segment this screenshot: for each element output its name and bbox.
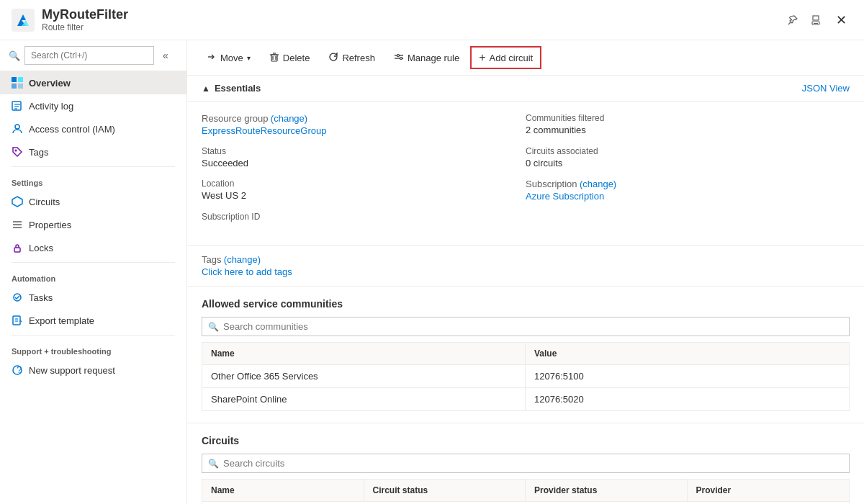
svg-point-15 bbox=[15, 125, 19, 129]
nav-divider-settings bbox=[12, 166, 175, 167]
add-circuit-button[interactable]: + Add circuit bbox=[470, 46, 541, 69]
svg-text:?: ? bbox=[17, 364, 22, 375]
svg-rect-30 bbox=[271, 55, 277, 61]
tags-label: Tags (change) bbox=[202, 254, 850, 265]
svg-rect-9 bbox=[12, 84, 17, 89]
sidebar-collapse-button[interactable]: « bbox=[158, 48, 173, 63]
overview-icon bbox=[12, 77, 23, 89]
sidebar-search-area: 🔍 « bbox=[0, 40, 186, 71]
sidebar-item-new-support[interactable]: ? New support request bbox=[0, 359, 186, 382]
communities-section-title: Allowed service communities bbox=[202, 298, 850, 310]
main-content: Move ▾ Delete Refresh Manage rule bbox=[187, 40, 864, 504]
communities-filtered-label: Communities filtered bbox=[526, 113, 850, 123]
essentials-collapse-icon[interactable]: ▲ bbox=[202, 84, 210, 94]
add-circuit-icon: + bbox=[479, 52, 485, 63]
sidebar: 🔍 « Overview Activity log Acc bbox=[0, 40, 187, 504]
table-row[interactable]: SharePoint Online 12076:5020 bbox=[202, 388, 849, 410]
circuits-search-box: 🔍 bbox=[202, 454, 850, 473]
circuits-associated-label: Circuits associated bbox=[526, 146, 850, 156]
svg-point-39 bbox=[397, 54, 399, 56]
close-button[interactable]: ✕ bbox=[830, 9, 852, 31]
resource-group-value-link[interactable]: ExpressRouteResourceGroup bbox=[202, 125, 526, 136]
header-actions: ✕ bbox=[784, 9, 852, 31]
manage-rule-button[interactable]: Manage rule bbox=[386, 47, 467, 69]
essentials-header: ▲ Essentials JSON View bbox=[187, 76, 864, 102]
tags-icon bbox=[12, 146, 23, 158]
communities-col-value: Value bbox=[526, 343, 849, 364]
subscription-value-link[interactable]: Azure Subscription bbox=[526, 191, 850, 202]
sidebar-item-iam[interactable]: Access control (IAM) bbox=[0, 117, 186, 140]
communities-search-input[interactable] bbox=[223, 321, 843, 332]
subscription-change-link[interactable]: (change) bbox=[580, 179, 616, 189]
svg-rect-21 bbox=[14, 248, 20, 252]
sidebar-item-overview[interactable]: Overview bbox=[0, 71, 186, 94]
new-support-icon: ? bbox=[12, 364, 23, 376]
export-template-icon bbox=[12, 315, 23, 326]
circuits-table-header: Name Circuit status Provider status Prov… bbox=[202, 480, 849, 502]
search-input[interactable] bbox=[24, 46, 154, 65]
sidebar-item-overview-label: Overview bbox=[29, 78, 71, 89]
communities-section: Allowed service communities 🔍 Name Value… bbox=[187, 287, 864, 423]
communities-table: Name Value Other Office 365 Services 120… bbox=[202, 342, 850, 411]
sidebar-item-properties[interactable]: Properties bbox=[0, 213, 186, 236]
table-row[interactable]: Other Office 365 Services 12076:5100 bbox=[202, 365, 849, 388]
resource-group-change-link[interactable]: (change) bbox=[271, 113, 307, 124]
move-chevron-icon: ▾ bbox=[247, 54, 251, 62]
svg-rect-10 bbox=[18, 84, 23, 89]
nav-section-support: Support + troubleshooting bbox=[0, 338, 186, 359]
nav-section-settings: Settings bbox=[0, 170, 186, 190]
subscription-id-label: Subscription ID bbox=[202, 212, 526, 222]
essentials-resource-group: Resource group (change) ExpressRouteReso… bbox=[202, 113, 526, 136]
community-row1-value: 12076:5100 bbox=[526, 365, 849, 387]
sidebar-item-activity-log[interactable]: Activity log bbox=[0, 94, 186, 117]
svg-rect-6 bbox=[814, 23, 818, 24]
refresh-icon bbox=[328, 52, 338, 64]
sidebar-item-tasks[interactable]: Tasks bbox=[0, 286, 186, 309]
circuits-table: Name Circuit status Provider status Prov… bbox=[202, 479, 850, 504]
sidebar-item-circuits[interactable]: Circuits bbox=[0, 190, 186, 213]
delete-button[interactable]: Delete bbox=[261, 47, 318, 69]
pin-button[interactable] bbox=[784, 12, 801, 29]
page-title: MyRouteFilter bbox=[42, 7, 784, 22]
sidebar-item-iam-label: Access control (IAM) bbox=[29, 124, 115, 135]
svg-point-16 bbox=[15, 150, 17, 152]
sidebar-item-export-template[interactable]: Export template bbox=[0, 309, 186, 332]
properties-icon bbox=[12, 219, 23, 230]
circuits-col-provider: Provider bbox=[688, 480, 850, 501]
communities-col-name: Name bbox=[202, 343, 526, 364]
toolbar: Move ▾ Delete Refresh Manage rule bbox=[187, 40, 864, 76]
subscription-label: Subscription (change) bbox=[526, 179, 850, 189]
move-icon bbox=[207, 52, 217, 64]
page-subtitle: Route filter bbox=[42, 22, 784, 32]
essentials-resource-group-label: Resource group (change) bbox=[202, 113, 526, 124]
community-row1-name: Other Office 365 Services bbox=[202, 365, 526, 387]
header-title-group: MyRouteFilter Route filter bbox=[42, 7, 784, 32]
svg-rect-5 bbox=[813, 16, 819, 20]
sidebar-item-locks-label: Locks bbox=[29, 243, 53, 253]
refresh-button[interactable]: Refresh bbox=[320, 47, 383, 69]
sidebar-item-locks[interactable]: Locks bbox=[0, 236, 186, 259]
circuits-search-input[interactable] bbox=[223, 458, 843, 469]
tags-add-link[interactable]: Click here to add tags bbox=[202, 266, 850, 277]
essentials-location: Location West US 2 bbox=[202, 179, 526, 202]
essentials-title: ▲ Essentials bbox=[202, 83, 261, 94]
app-logo bbox=[12, 9, 35, 32]
community-row2-value: 12076:5020 bbox=[526, 388, 849, 410]
tasks-icon bbox=[12, 292, 23, 303]
essentials-circuits-associated: Circuits associated 0 circuits bbox=[526, 146, 850, 168]
nav-divider-automation bbox=[12, 262, 175, 263]
essentials-status: Status Succeeded bbox=[202, 146, 526, 168]
nav-divider-support bbox=[12, 335, 175, 336]
tags-change-link[interactable]: (change) bbox=[224, 254, 261, 265]
circuits-section: Circuits 🔍 Name Circuit status Provider … bbox=[187, 423, 864, 504]
sidebar-item-tasks-label: Tasks bbox=[29, 292, 53, 303]
json-view-link[interactable]: JSON View bbox=[802, 83, 850, 94]
sidebar-item-tags[interactable]: Tags bbox=[0, 140, 186, 163]
print-button[interactable] bbox=[807, 12, 824, 29]
communities-table-header: Name Value bbox=[202, 343, 849, 365]
location-label: Location bbox=[202, 179, 526, 189]
svg-marker-17 bbox=[12, 197, 22, 207]
move-button[interactable]: Move ▾ bbox=[199, 47, 258, 69]
sidebar-item-tags-label: Tags bbox=[29, 147, 48, 158]
communities-search-icon: 🔍 bbox=[208, 322, 219, 332]
